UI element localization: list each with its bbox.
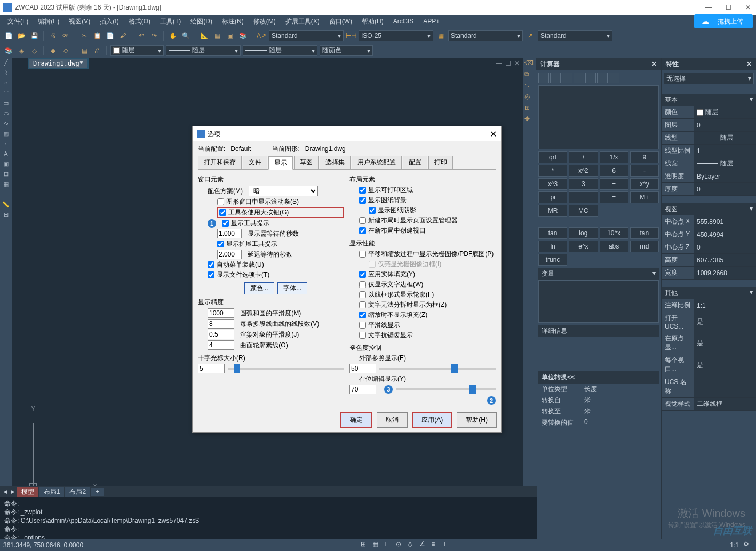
tab-files[interactable]: 文件 xyxy=(243,156,267,169)
calc-dist-icon[interactable] xyxy=(585,73,596,83)
offset-icon[interactable]: ◎ xyxy=(524,93,534,102)
copy-icon[interactable]: 📋 xyxy=(92,31,102,41)
layer-states-icon[interactable]: ▤ xyxy=(79,46,89,55)
calc-btn[interactable] xyxy=(569,191,598,203)
prop-row[interactable]: 在原点显...是 xyxy=(662,332,756,354)
mirror-icon[interactable]: ⇋ xyxy=(524,82,534,91)
calc-angle-icon[interactable] xyxy=(574,73,584,83)
calc-display[interactable] xyxy=(538,85,659,149)
tab-plot[interactable]: 打印 xyxy=(428,156,453,169)
layer-iso-icon[interactable]: ◈ xyxy=(17,46,26,55)
text-icon[interactable]: A xyxy=(2,150,10,159)
unit-conv-header[interactable]: 单位转换<< xyxy=(538,371,659,384)
prop-row[interactable]: 每个视口...是 xyxy=(662,354,756,376)
match-icon[interactable]: 🖌 xyxy=(118,31,128,41)
crosshair-input[interactable] xyxy=(198,364,225,373)
polar-icon[interactable]: ⊙ xyxy=(396,540,405,550)
menu-insert[interactable]: 插入(I) xyxy=(96,16,123,27)
new-icon[interactable]: 📄 xyxy=(4,31,13,41)
filetab-checkbox[interactable] xyxy=(208,271,214,278)
layer-off-icon[interactable]: ◇ xyxy=(29,46,39,55)
table-style-combo[interactable]: Standard▾ xyxy=(448,30,523,41)
selection-combo[interactable]: 无选择▾ xyxy=(664,73,754,84)
calc-btn[interactable]: + xyxy=(600,178,628,190)
undo-icon[interactable]: ↶ xyxy=(137,31,146,41)
tab-display[interactable]: 显示 xyxy=(268,156,293,170)
prop-row[interactable]: 线型比例1 xyxy=(662,145,756,157)
table-icon[interactable]: ▦ xyxy=(2,181,10,189)
lwt-icon[interactable]: ≡ xyxy=(431,540,441,550)
tab-nav-prev-icon[interactable]: ◄ xyxy=(2,488,9,496)
array-icon[interactable]: ⊞ xyxy=(524,104,534,114)
arc-icon[interactable]: ⌒ xyxy=(2,90,10,98)
upload-button[interactable]: ☁ 拖拽上传 xyxy=(694,14,753,28)
text-style-combo[interactable]: Standard▾ xyxy=(269,30,344,41)
menu-format[interactable]: 格式(O) xyxy=(124,16,155,27)
pan-icon[interactable]: ✋ xyxy=(168,31,178,41)
minimize-button[interactable]: — xyxy=(703,4,714,11)
doc-maximize-icon[interactable]: ☐ xyxy=(505,60,511,67)
redo-icon[interactable]: ↷ xyxy=(149,31,159,41)
rect-icon[interactable]: ▭ xyxy=(2,100,10,108)
section-other[interactable]: 其他▾ xyxy=(662,287,756,299)
close-button[interactable]: ✕ xyxy=(743,4,753,11)
tab-open-save[interactable]: 打开和保存 xyxy=(198,156,242,169)
smooth-line-checkbox[interactable] xyxy=(359,322,366,329)
printable-area-checkbox[interactable] xyxy=(359,187,366,194)
more-icon[interactable]: ⋯ xyxy=(2,191,10,199)
layer-prev-icon[interactable]: ◆ xyxy=(48,46,58,55)
calc-btn[interactable]: MR xyxy=(538,205,567,217)
prop-row[interactable]: 高度607.7385 xyxy=(662,254,756,267)
calc-btn[interactable]: MC xyxy=(569,205,598,217)
calc-btn[interactable]: x^y xyxy=(630,178,659,190)
prop-row[interactable]: 线型随层 xyxy=(662,132,756,145)
menu-tools[interactable]: 工具(T) xyxy=(156,16,185,27)
polyline-segs-input[interactable] xyxy=(208,319,234,329)
menu-help[interactable]: 帮助(H) xyxy=(357,16,388,27)
block-icon[interactable]: ▣ xyxy=(225,31,235,41)
document-tab[interactable]: Drawing1.dwg* xyxy=(28,58,89,69)
edit-fade-input[interactable] xyxy=(349,385,376,394)
save-icon[interactable]: 💾 xyxy=(29,31,39,41)
point-icon[interactable]: · xyxy=(2,140,10,149)
layer-icon[interactable]: 📚 xyxy=(238,31,248,41)
prop-row[interactable]: UCS 名称 xyxy=(662,376,756,398)
calc-btn[interactable]: abs xyxy=(600,241,628,252)
section-view[interactable]: 视图▾ xyxy=(662,203,756,215)
print-icon[interactable]: 🖨 xyxy=(48,31,58,41)
prop-row[interactable]: 宽度1089.2668 xyxy=(662,267,756,280)
polyline-icon[interactable]: ⌇ xyxy=(2,69,10,78)
osnap-icon[interactable]: ◇ xyxy=(408,540,417,550)
tab-user[interactable]: 用户系统配置 xyxy=(352,156,402,169)
mleader-style-combo[interactable]: Standard▾ xyxy=(538,30,612,41)
copy-obj-icon[interactable]: ⧉ xyxy=(524,70,534,80)
calc-btn[interactable]: 6 xyxy=(600,165,628,177)
panzoom-raster-checkbox[interactable] xyxy=(359,251,366,258)
calc-details-header[interactable]: 详细信息 xyxy=(538,325,659,337)
measure-icon[interactable]: 📏 xyxy=(2,201,10,210)
table-icon[interactable]: ▦ xyxy=(212,31,222,41)
render-smooth-input[interactable] xyxy=(208,330,234,339)
menu-dim[interactable]: 标注(N) xyxy=(218,16,248,27)
menu-app[interactable]: APP+ xyxy=(419,17,444,26)
prop-row[interactable]: 中心点 Y450.4994 xyxy=(662,228,756,241)
tab-profiles[interactable]: 配置 xyxy=(403,156,427,169)
prop-row[interactable]: 中心点 Z0 xyxy=(662,241,756,254)
dyn-icon[interactable]: + xyxy=(443,540,452,550)
xref-fade-input[interactable] xyxy=(349,364,376,373)
calc-btn[interactable]: / xyxy=(569,151,598,163)
text-as-box-checkbox[interactable] xyxy=(359,301,366,308)
calc-variables-header[interactable]: 变量▾ xyxy=(538,268,659,280)
edit-fade-slider[interactable] xyxy=(396,388,496,390)
dim-style-icon[interactable]: ⊢⊣ xyxy=(346,31,356,41)
calc-btn[interactable]: 10^x xyxy=(600,227,628,239)
line-icon[interactable]: ╱ xyxy=(2,59,10,68)
solid-fill-checkbox[interactable] xyxy=(359,271,366,278)
menu-edit[interactable]: 编辑(E) xyxy=(34,16,63,27)
prop-row[interactable]: 视觉样式二维线框 xyxy=(662,398,756,411)
prop-row[interactable]: 厚度0 xyxy=(662,183,756,196)
block-insert-icon[interactable]: ⊞ xyxy=(2,171,10,179)
text-style-icon[interactable]: A↗ xyxy=(257,31,266,41)
contour-lines-input[interactable] xyxy=(208,340,234,350)
help-button[interactable]: 帮助(H) xyxy=(457,412,497,428)
